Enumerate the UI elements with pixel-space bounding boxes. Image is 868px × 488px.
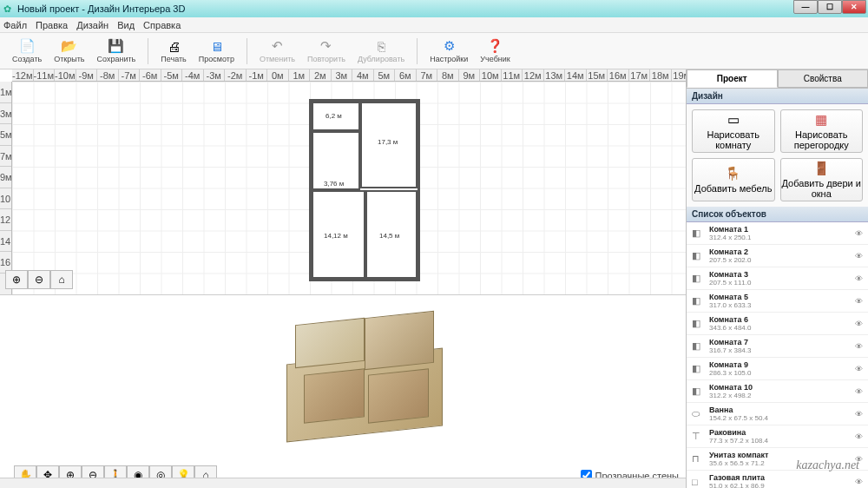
ruler-tick: -7м bbox=[119, 69, 141, 81]
object-type-icon: ◧ bbox=[692, 340, 704, 352]
menu-design[interactable]: Дизайн bbox=[76, 20, 108, 30]
ruler-tick: 1м bbox=[289, 69, 311, 81]
object-list-item[interactable]: □Газовая плита51.0 x 62.1 x 86.9👁 bbox=[687, 471, 868, 488]
menu-file[interactable]: Файл bbox=[3, 20, 27, 30]
tab-project[interactable]: Проект bbox=[687, 69, 778, 88]
object-list-item[interactable]: ◧Комната 2207.5 x 202.0👁 bbox=[687, 245, 868, 267]
settings-button[interactable]: ⚙Настройки bbox=[424, 35, 473, 68]
object-type-icon: ◧ bbox=[692, 295, 704, 307]
room-2[interactable]: 17,3 м bbox=[360, 102, 418, 188]
object-name: Комната 6 bbox=[709, 315, 850, 324]
visibility-icon[interactable]: 👁 bbox=[855, 274, 863, 283]
visibility-icon[interactable]: 👁 bbox=[855, 320, 863, 328]
object-list-item[interactable]: ⊤Раковина77.3 x 57.2 x 108.4👁 bbox=[687, 425, 868, 448]
visibility-icon[interactable]: 👁 bbox=[855, 342, 863, 351]
ruler-tick: -5м bbox=[161, 69, 183, 81]
help-icon: ❓ bbox=[488, 38, 503, 54]
print-button[interactable]: 🖨Печать bbox=[155, 35, 191, 68]
app-icon: ✿ bbox=[3, 3, 14, 14]
ruler-tick: 9м bbox=[459, 69, 481, 81]
add-furniture-button[interactable]: 🪑Добавить мебель bbox=[692, 158, 775, 201]
ruler-tick: 18м bbox=[650, 69, 672, 81]
ruler-tick: 10м bbox=[480, 69, 502, 81]
ruler-tick: 13м bbox=[544, 69, 566, 81]
printer-icon: 🖨 bbox=[166, 38, 181, 54]
room-3[interactable]: 3,76 м bbox=[312, 131, 360, 190]
ruler-tick: 3м bbox=[0, 103, 11, 125]
room-5[interactable]: 14,5 м bbox=[365, 190, 418, 279]
object-name: Комната 2 bbox=[709, 247, 850, 256]
wall-icon: ▦ bbox=[815, 112, 827, 128]
create-button[interactable]: 📄Создать bbox=[7, 35, 47, 68]
draw-partition-button[interactable]: ▦Нарисовать перегородку bbox=[780, 109, 864, 153]
menu-edit[interactable]: Правка bbox=[36, 20, 68, 30]
maximize-button[interactable]: ☐ bbox=[818, 0, 842, 14]
ruler-tick: 2м bbox=[310, 69, 332, 81]
close-button[interactable]: ✕ bbox=[842, 0, 866, 14]
room-1[interactable]: 6,2 м bbox=[312, 102, 360, 131]
visibility-icon[interactable]: 👁 bbox=[855, 365, 863, 373]
visibility-icon[interactable]: 👁 bbox=[855, 455, 863, 464]
door-icon: 🚪 bbox=[813, 161, 830, 176]
object-list-item[interactable]: ◧Комната 6343.6 x 484.0👁 bbox=[687, 313, 868, 335]
object-list-item[interactable]: ◧Комната 9286.3 x 105.0👁 bbox=[687, 358, 868, 380]
ruler-tick: -8м bbox=[97, 69, 119, 81]
object-list-item[interactable]: ◧Комната 3207.5 x 111.0👁 bbox=[687, 267, 868, 290]
chair-icon: 🪑 bbox=[725, 166, 741, 181]
side-panel: Проект Свойства Дизайн ▭Нарисовать комна… bbox=[686, 69, 868, 488]
visibility-icon[interactable]: 👁 bbox=[855, 478, 863, 486]
tutorial-button[interactable]: ❓Учебник bbox=[475, 35, 515, 68]
room-4[interactable]: 14,12 м bbox=[312, 190, 365, 279]
view-3d[interactable]: ✋ ✥ ⊕ ⊖ 🚶 ◉ ◎ 💡 ⌂ Прозрачные стены bbox=[0, 295, 686, 488]
monitor-icon: 🖥 bbox=[208, 38, 224, 54]
draw-room-button[interactable]: ▭Нарисовать комнату bbox=[692, 109, 775, 153]
add-doors-button[interactable]: 🚪Добавить двери и окна bbox=[780, 158, 864, 201]
object-name: Комната 1 bbox=[709, 225, 850, 234]
object-list-item[interactable]: ◧Комната 1312.4 x 250.1👁 bbox=[687, 222, 868, 245]
visibility-icon[interactable]: 👁 bbox=[855, 410, 863, 419]
save-button[interactable]: 💾Сохранить bbox=[92, 35, 141, 68]
scrollbar-h[interactable] bbox=[0, 478, 686, 488]
object-name: Унитаз компакт bbox=[709, 451, 850, 459]
ruler-tick: -10м bbox=[55, 69, 76, 81]
object-name: Комната 5 bbox=[709, 293, 850, 301]
visibility-icon[interactable]: 👁 bbox=[855, 252, 863, 260]
menu-help[interactable]: Справка bbox=[143, 20, 181, 30]
gear-icon: ⚙ bbox=[441, 38, 457, 54]
ruler-tick: 17м bbox=[629, 69, 651, 81]
menu-view[interactable]: Вид bbox=[117, 20, 135, 30]
visibility-icon[interactable]: 👁 bbox=[855, 297, 863, 306]
object-list-item[interactable]: ◧Комната 5317.0 x 633.3👁 bbox=[687, 290, 868, 313]
ruler-tick: -2м bbox=[225, 69, 247, 81]
duplicate-button[interactable]: ⎘Дублировать bbox=[352, 35, 410, 68]
duplicate-icon: ⎘ bbox=[373, 38, 389, 54]
object-list-item[interactable]: ◧Комната 10312.2 x 498.2👁 bbox=[687, 380, 868, 403]
object-list-item[interactable]: ⊓Унитаз компакт35.6 x 56.5 x 71.2👁 bbox=[687, 448, 868, 471]
separator bbox=[247, 38, 247, 64]
ruler-tick: -1м bbox=[247, 69, 268, 81]
redo-button[interactable]: ↷Повторить bbox=[302, 35, 351, 68]
floorplan-2d[interactable]: 6,2 м 17,3 м 3,76 м 14,12 м 14,5 м bbox=[309, 99, 420, 281]
minimize-button[interactable]: — bbox=[793, 0, 818, 14]
model-3d[interactable] bbox=[278, 304, 451, 443]
open-button[interactable]: 📂Открыть bbox=[49, 35, 89, 68]
zoom-out-button[interactable]: ⊖ bbox=[28, 270, 50, 289]
visibility-icon[interactable]: 👁 bbox=[855, 432, 863, 441]
home-view-button[interactable]: ⌂ bbox=[50, 270, 73, 289]
zoom-in-button[interactable]: ⊕ bbox=[5, 270, 28, 289]
preview-button[interactable]: 🖥Просмотр bbox=[194, 35, 240, 68]
ruler-tick: -6м bbox=[140, 69, 161, 81]
object-list[interactable]: ◧Комната 1312.4 x 250.1👁◧Комната 2207.5 … bbox=[687, 222, 868, 488]
view-2d[interactable]: -12м-11м-10м-9м-8м-7м-6м-5м-4м-3м-2м-1м0… bbox=[0, 69, 686, 295]
tab-properties[interactable]: Свойства bbox=[778, 69, 869, 88]
ruler-tick: 6м bbox=[395, 69, 417, 81]
ruler-tick: 3м bbox=[332, 69, 353, 81]
visibility-icon[interactable]: 👁 bbox=[855, 387, 863, 396]
visibility-icon[interactable]: 👁 bbox=[855, 229, 863, 238]
ruler-tick: 16м bbox=[608, 69, 629, 81]
room-icon: ▭ bbox=[727, 112, 740, 128]
object-list-item[interactable]: ◧Комната 7316.7 x 384.3👁 bbox=[687, 335, 868, 358]
undo-button[interactable]: ↶Отменить bbox=[254, 35, 300, 68]
object-list-item[interactable]: ⬭Ванна154.2 x 67.5 x 50.4👁 bbox=[687, 403, 868, 425]
object-name: Комната 9 bbox=[709, 360, 850, 369]
